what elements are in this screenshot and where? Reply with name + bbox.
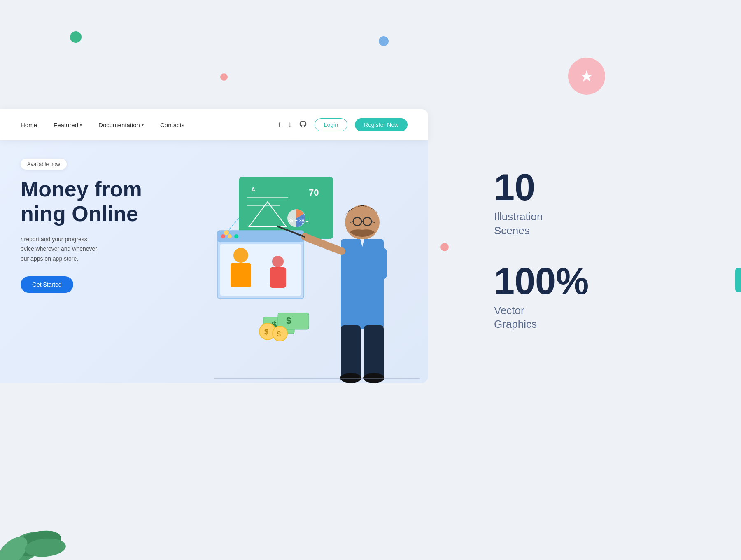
teaching-illustration-svg: 70 3x + 3y = A	[214, 169, 420, 383]
navbar: Home Featured ▾ Documentation ▾ Contacts…	[0, 109, 428, 140]
svg-text:A: A	[251, 186, 255, 193]
svg-text:70: 70	[309, 187, 319, 198]
svg-point-10	[221, 234, 225, 238]
hero-title: Money from ning Online	[21, 177, 142, 226]
star-icon: ★	[580, 68, 594, 84]
hero-section: Available now Money from ning Online r r…	[0, 136, 428, 383]
svg-text:3x + 3y =: 3x + 3y =	[288, 218, 308, 224]
nav-links: Home Featured ▾ Documentation ▾ Contacts	[21, 121, 184, 128]
svg-point-11	[228, 234, 232, 238]
twitter-icon[interactable]: 𝕥	[289, 121, 291, 129]
page-wrapper: ★ Home Featured ▾ Documentation ▾ Contac…	[0, 0, 741, 560]
nav-documentation[interactable]: Documentation ▾	[98, 121, 144, 128]
stat-number-vector: 100%	[494, 263, 708, 300]
svg-text:$: $	[264, 328, 268, 336]
svg-point-19	[224, 230, 229, 235]
login-button[interactable]: Login	[315, 118, 347, 131]
svg-rect-38	[375, 247, 387, 280]
github-icon[interactable]	[299, 120, 307, 130]
nav-actions: f 𝕥 Login Register Now	[279, 118, 408, 131]
svg-rect-17	[270, 267, 286, 288]
hero-subtitle: r report and your progress evice whereve…	[21, 235, 142, 264]
deco-circle-green	[70, 31, 82, 43]
hero-badge: Available now	[21, 159, 67, 170]
featured-chevron-icon: ▾	[80, 123, 82, 127]
leaves-svg	[0, 494, 82, 560]
deco-circle-pink-hero	[440, 243, 449, 251]
svg-point-41	[340, 373, 361, 383]
svg-point-12	[234, 234, 238, 238]
svg-line-36	[305, 237, 342, 251]
bottom-leaves	[0, 494, 82, 560]
stat-label-illustrations: Illustration Scenes	[494, 210, 708, 238]
svg-point-42	[363, 373, 384, 383]
hero-text: Money from ning Online r report and your…	[21, 177, 142, 293]
deco-circle-blue	[379, 36, 389, 46]
svg-text:$: $	[286, 315, 291, 326]
stat-vector: 100% Vector Graphics	[494, 263, 708, 332]
nav-contacts[interactable]: Contacts	[160, 121, 184, 128]
get-started-button[interactable]: Get Started	[21, 276, 73, 293]
svg-rect-40	[364, 325, 384, 379]
svg-point-16	[272, 256, 284, 267]
stat-illustrations: 10 Illustration Scenes	[494, 169, 708, 238]
nav-featured[interactable]: Featured ▾	[54, 121, 82, 128]
svg-rect-15	[231, 263, 251, 287]
stats-section: 10 Illustration Scenes 100% Vector Graph…	[461, 144, 741, 381]
svg-rect-39	[341, 325, 361, 379]
svg-text:$: $	[277, 331, 281, 338]
nav-home[interactable]: Home	[21, 121, 37, 128]
stat-number-illustrations: 10	[494, 169, 708, 206]
hero-illustration: 70 3x + 3y = A	[214, 169, 420, 383]
register-button[interactable]: Register Now	[355, 118, 408, 131]
facebook-icon[interactable]: f	[279, 121, 281, 129]
stat-label-vector: Vector Graphics	[494, 304, 708, 332]
svg-point-14	[233, 248, 248, 263]
documentation-chevron-icon: ▾	[142, 123, 144, 127]
deco-circle-pink-top	[220, 73, 228, 81]
deco-circle-star-bg: ★	[568, 58, 605, 95]
